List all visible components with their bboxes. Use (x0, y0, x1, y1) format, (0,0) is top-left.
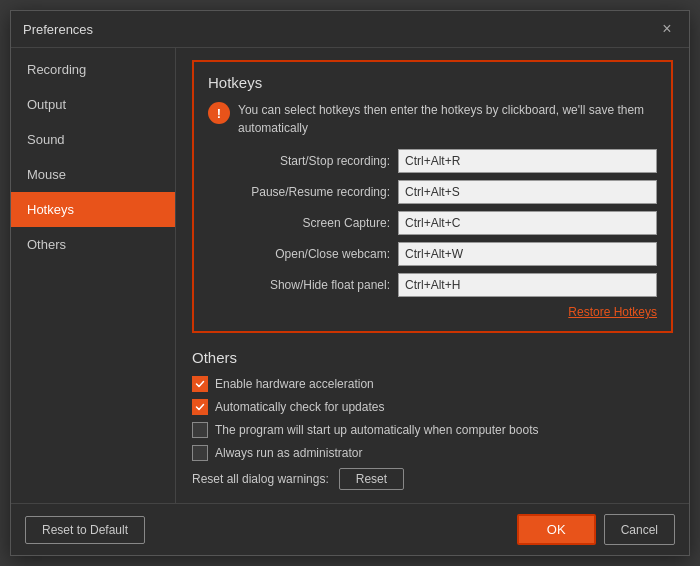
footer: Reset to Default OK Cancel (11, 503, 689, 555)
hotkeys-info-text: You can select hotkeys then enter the ho… (238, 101, 657, 137)
hotkey-input-3[interactable] (398, 242, 657, 266)
sidebar: RecordingOutputSoundMouseHotkeysOthers (11, 48, 176, 503)
hotkeys-title: Hotkeys (208, 74, 657, 91)
hotkey-row-0: Start/Stop recording: (208, 149, 657, 173)
hotkey-label-3: Open/Close webcam: (208, 247, 398, 261)
sidebar-item-output[interactable]: Output (11, 87, 175, 122)
sidebar-item-sound[interactable]: Sound (11, 122, 175, 157)
checkbox-label-startup: The program will start up automatically … (215, 423, 538, 437)
checkbox-label-auto_check: Automatically check for updates (215, 400, 384, 414)
checkboxes-container: Enable hardware accelerationAutomaticall… (192, 376, 673, 461)
hotkey-input-0[interactable] (398, 149, 657, 173)
hotkey-label-1: Pause/Resume recording: (208, 185, 398, 199)
reset-dialog-label: Reset all dialog warnings: (192, 472, 329, 486)
hotkey-input-4[interactable] (398, 273, 657, 297)
reset-dialog-button[interactable]: Reset (339, 468, 404, 490)
hotkey-input-2[interactable] (398, 211, 657, 235)
others-title: Others (192, 349, 673, 366)
reset-dialog-row: Reset all dialog warnings: Reset (192, 468, 673, 490)
hotkey-row-3: Open/Close webcam: (208, 242, 657, 266)
hotkey-input-1[interactable] (398, 180, 657, 204)
dialog-content: RecordingOutputSoundMouseHotkeysOthers H… (11, 48, 689, 503)
sidebar-item-mouse[interactable]: Mouse (11, 157, 175, 192)
restore-hotkeys-link[interactable]: Restore Hotkeys (568, 305, 657, 319)
close-button[interactable]: × (657, 19, 677, 39)
checkbox-row-admin: Always run as administrator (192, 445, 673, 461)
main-area: Hotkeys ! You can select hotkeys then en… (176, 48, 689, 503)
checkbox-hw_accel[interactable] (192, 376, 208, 392)
hotkey-rows: Start/Stop recording:Pause/Resume record… (208, 149, 657, 297)
preferences-dialog: Preferences × RecordingOutputSoundMouseH… (10, 10, 690, 556)
checkbox-row-startup: The program will start up automatically … (192, 422, 673, 438)
checkbox-startup[interactable] (192, 422, 208, 438)
info-icon: ! (208, 102, 230, 124)
sidebar-item-hotkeys[interactable]: Hotkeys (11, 192, 175, 227)
hotkey-row-2: Screen Capture: (208, 211, 657, 235)
checkbox-label-admin: Always run as administrator (215, 446, 362, 460)
hotkey-row-1: Pause/Resume recording: (208, 180, 657, 204)
hotkeys-info-box: ! You can select hotkeys then enter the … (208, 101, 657, 137)
cancel-button[interactable]: Cancel (604, 514, 675, 545)
sidebar-item-recording[interactable]: Recording (11, 52, 175, 87)
dialog-title: Preferences (23, 22, 93, 37)
footer-buttons: OK Cancel (517, 514, 675, 545)
hotkey-row-4: Show/Hide float panel: (208, 273, 657, 297)
checkbox-label-hw_accel: Enable hardware acceleration (215, 377, 374, 391)
sidebar-item-others[interactable]: Others (11, 227, 175, 262)
hotkey-label-0: Start/Stop recording: (208, 154, 398, 168)
others-section: Others Enable hardware accelerationAutom… (192, 345, 673, 494)
title-bar: Preferences × (11, 11, 689, 48)
hotkey-label-4: Show/Hide float panel: (208, 278, 398, 292)
checkbox-row-auto_check: Automatically check for updates (192, 399, 673, 415)
restore-link: Restore Hotkeys (208, 304, 657, 319)
ok-button[interactable]: OK (517, 514, 596, 545)
checkbox-admin[interactable] (192, 445, 208, 461)
checkbox-row-hw_accel: Enable hardware acceleration (192, 376, 673, 392)
hotkeys-section: Hotkeys ! You can select hotkeys then en… (192, 60, 673, 333)
hotkey-label-2: Screen Capture: (208, 216, 398, 230)
checkbox-auto_check[interactable] (192, 399, 208, 415)
reset-default-button[interactable]: Reset to Default (25, 516, 145, 544)
